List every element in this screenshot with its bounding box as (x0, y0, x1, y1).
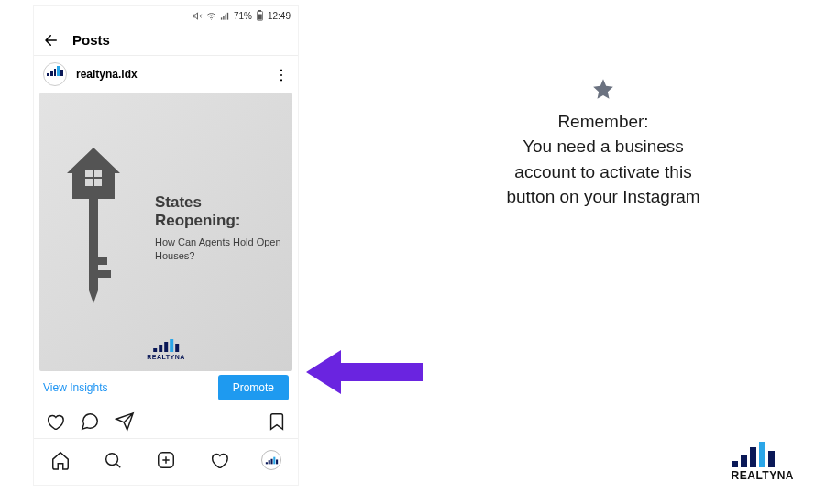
tip-block: Remember: You need a business account to… (484, 77, 722, 210)
svg-rect-13 (98, 257, 107, 265)
bookmark-icon[interactable] (267, 411, 287, 432)
star-icon (591, 77, 615, 101)
svg-rect-12 (89, 199, 98, 290)
svg-point-15 (106, 454, 118, 466)
post-image-title: States Reopening: (155, 193, 283, 230)
footer-logo-bars (732, 442, 794, 467)
share-icon[interactable] (115, 411, 135, 432)
action-icons-row (34, 404, 298, 439)
tip-body-1: You need a business (484, 134, 722, 159)
promote-button[interactable]: Promote (218, 375, 289, 400)
post-image-brand: REALTYNA (147, 354, 185, 360)
app-bar: Posts (34, 25, 298, 56)
back-icon[interactable] (43, 32, 60, 49)
post-image[interactable]: States Reopening: How Can Agents Hold Op… (39, 93, 292, 371)
view-insights-link[interactable]: View Insights (43, 381, 107, 394)
post-image-overlay: States Reopening: How Can Agents Hold Op… (155, 193, 283, 264)
promote-row: View Insights Promote (34, 371, 298, 404)
tip-body-2: account to activate this (484, 159, 722, 185)
svg-rect-6 (258, 15, 262, 20)
svg-point-0 (211, 18, 212, 19)
signal-icon (220, 11, 230, 21)
phone-frame: 71% 12:49 Posts realtyna.idx ⋯ (33, 5, 299, 486)
tip-heading: Remember: (484, 112, 722, 132)
footer-logo: REALTYNA (732, 442, 794, 482)
post-header: realtyna.idx ⋯ (34, 56, 298, 93)
nav-activity-icon[interactable] (209, 450, 229, 470)
battery-icon (256, 10, 264, 21)
svg-rect-10 (85, 179, 93, 186)
clock-text: 12:49 (268, 11, 291, 21)
page-title: Posts (72, 32, 110, 48)
tip-body-3: button on your Instagram (484, 184, 722, 210)
more-options-icon[interactable]: ⋯ (273, 68, 291, 82)
svg-rect-11 (94, 179, 102, 186)
wifi-icon (206, 11, 216, 21)
battery-text: 71% (234, 11, 252, 21)
like-icon[interactable] (45, 411, 65, 432)
avatar[interactable] (43, 62, 67, 86)
mute-icon (192, 11, 203, 21)
bottom-nav (34, 439, 298, 481)
svg-rect-7 (258, 10, 261, 12)
comment-icon[interactable] (80, 411, 100, 432)
svg-rect-2 (223, 16, 224, 19)
nav-search-icon[interactable] (103, 450, 123, 470)
footer-brand: REALTYNA (732, 469, 794, 482)
nav-home-icon[interactable] (50, 450, 71, 470)
nav-profile-icon[interactable] (261, 450, 281, 470)
house-key-icon (61, 148, 126, 331)
callout-arrow-icon (304, 348, 424, 396)
svg-rect-9 (94, 170, 102, 177)
svg-rect-4 (227, 12, 228, 19)
svg-rect-3 (225, 14, 226, 19)
post-image-subtitle: How Can Agents Hold Open Houses? (155, 236, 283, 264)
post-username[interactable]: realtyna.idx (76, 68, 266, 81)
svg-rect-1 (221, 17, 222, 19)
svg-rect-14 (98, 270, 111, 278)
avatar-logo (47, 66, 63, 82)
svg-rect-8 (85, 170, 93, 177)
post-image-logo: REALTYNA (147, 339, 185, 360)
nav-new-post-icon[interactable] (156, 450, 176, 470)
status-bar: 71% 12:49 (34, 6, 298, 25)
